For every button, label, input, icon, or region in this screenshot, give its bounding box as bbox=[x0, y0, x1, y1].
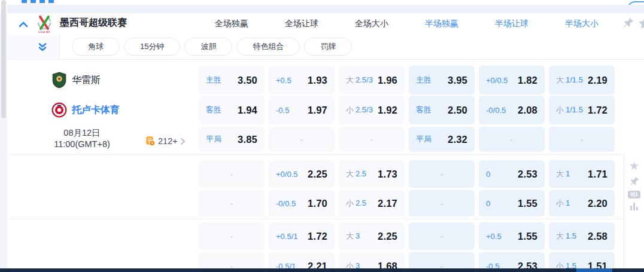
odds-value: 2.53 bbox=[518, 169, 537, 180]
odds-cell-draw-half[interactable]: 平局 2.32 bbox=[409, 127, 475, 152]
expand-markets-cell bbox=[7, 35, 60, 59]
odds-cell-over-full[interactable]: 大3 2.25 bbox=[339, 222, 405, 250]
odds-cell-over-half[interactable]: 大1/1.5 2.19 bbox=[549, 66, 615, 94]
odds-label: 小1/1.5 bbox=[556, 105, 583, 115]
odds-label: -0.5 bbox=[276, 106, 289, 115]
odds-cell-handicap-full[interactable]: -0/0.5 1.70 bbox=[269, 190, 335, 216]
market-column-half-total[interactable]: 半场大小 bbox=[549, 19, 615, 29]
score-toggle-icon[interactable]: 0|1 bbox=[628, 191, 640, 198]
away-team-name[interactable]: 托卢卡体育 bbox=[72, 104, 120, 117]
market-column-half-win[interactable]: 半场独赢 bbox=[409, 19, 475, 29]
market-column-half-handicap[interactable]: 半场让球 bbox=[479, 19, 545, 29]
odds-cell-handicap-full[interactable]: +0/0.5 2.25 bbox=[269, 160, 335, 188]
odds-value: 1.93 bbox=[308, 75, 327, 86]
pill-15min[interactable]: 15分钟 bbox=[124, 38, 180, 56]
more-markets-link[interactable]: 212+ bbox=[145, 136, 186, 146]
odds-cell-handicap-full[interactable]: -0.5 1.97 bbox=[269, 96, 335, 124]
odds-cell-over-half[interactable]: 大1.5 2.58 bbox=[549, 222, 615, 250]
odds-label: 0 bbox=[486, 170, 490, 179]
clipped-top-text-fragment bbox=[22, 0, 56, 3]
odds-cell-draw-full[interactable]: 平局 3.85 bbox=[199, 127, 265, 152]
pill-correct-score[interactable]: 波胆 bbox=[184, 38, 232, 56]
vertical-scrollbar-thumb[interactable] bbox=[1, 0, 6, 118]
odds-cell-away-win-half[interactable]: 客胜 2.50 bbox=[409, 96, 475, 124]
market-column-full-total[interactable]: 全场大小 bbox=[339, 19, 405, 29]
empty-odds-cell: - bbox=[479, 127, 545, 152]
odds-cell-away-win-full[interactable]: 客胜 1.94 bbox=[199, 96, 265, 124]
chevron-up-icon bbox=[19, 22, 28, 27]
odds-value: 2.25 bbox=[378, 231, 397, 242]
odds-cell-handicap-half[interactable]: -0/0.5 2.08 bbox=[479, 96, 545, 124]
odds-cell-under-half[interactable]: 小1 2.20 bbox=[549, 190, 615, 216]
odds-label: +0/0.5 bbox=[276, 170, 298, 179]
horizontal-scrollbar-thumb[interactable] bbox=[576, 268, 612, 272]
odds-value: 1.72 bbox=[308, 231, 327, 242]
dash: - bbox=[441, 170, 443, 179]
odds-cell-handicap-half[interactable]: +0/0.5 1.82 bbox=[479, 66, 545, 94]
odds-label: 主胜 bbox=[416, 75, 432, 85]
market-column-full-handicap[interactable]: 全场让球 bbox=[269, 19, 335, 29]
odds-cell-over-full[interactable]: 大2.5/3 1.96 bbox=[339, 66, 405, 94]
odds-cell-handicap-half[interactable]: +0.5 1.55 bbox=[479, 222, 545, 250]
league-header-row: LIGA MX 墨西哥超级联赛 全场独赢 全场让球 全场大小 半场独赢 半场让球… bbox=[7, 13, 644, 35]
odds-cell-handicap-half[interactable]: 0 1.55 bbox=[479, 190, 545, 216]
odds-row: 主胜 3.50 +0.5 1.93 大2.5/3 1.96 主胜 3.95 +0… bbox=[199, 66, 615, 94]
dash: - bbox=[230, 199, 233, 208]
vertical-scrollbar[interactable] bbox=[1, 0, 6, 268]
odds-cell-under-full[interactable]: 小2.5/3 1.92 bbox=[339, 96, 405, 124]
odds-label: 大2.5/3 bbox=[346, 75, 373, 85]
league-logo-icon: LIGA MX bbox=[35, 14, 54, 35]
favorite-star-icon[interactable]: ★ bbox=[629, 160, 639, 172]
dash: - bbox=[230, 170, 233, 179]
odds-label: 小2.5 bbox=[346, 198, 366, 209]
pin-icon[interactable] bbox=[629, 176, 640, 187]
pill-corners[interactable]: 角球 bbox=[72, 38, 120, 56]
odds-cell-handicap-half[interactable]: 0 2.53 bbox=[479, 160, 545, 188]
odds-cell-over-full[interactable]: 大2.5 1.73 bbox=[339, 160, 405, 188]
odds-cell-under-full[interactable]: 小2.5 2.17 bbox=[339, 190, 405, 216]
empty-odds-cell: - bbox=[199, 190, 265, 216]
pill-cards[interactable]: 罚牌 bbox=[304, 38, 352, 56]
odds-label: 大3 bbox=[346, 231, 360, 242]
odds-value: 1.94 bbox=[238, 105, 257, 116]
odds-cell-handicap-full[interactable]: +0.5 1.93 bbox=[269, 66, 335, 94]
chevron-right-icon bbox=[180, 137, 186, 145]
odds-value: 1.55 bbox=[518, 198, 537, 209]
odds-value: 1.73 bbox=[378, 169, 397, 180]
odds-value: 1.82 bbox=[518, 75, 537, 86]
section-gap-band bbox=[7, 5, 644, 13]
league-name[interactable]: 墨西哥超级联赛 bbox=[60, 17, 127, 29]
star-icon[interactable] bbox=[638, 17, 644, 29]
odds-value: 1.71 bbox=[588, 169, 607, 180]
home-team-name[interactable]: 华雷斯 bbox=[72, 74, 101, 87]
market-column-full-win[interactable]: 全场独赢 bbox=[199, 19, 265, 29]
horizontal-scrollbar[interactable] bbox=[0, 268, 644, 272]
pin-icon[interactable] bbox=[622, 17, 634, 29]
odds-cell-over-half[interactable]: 大1 1.71 bbox=[549, 160, 615, 188]
odds-cell-home-win-half[interactable]: 主胜 3.95 bbox=[409, 66, 475, 94]
odds-row: 平局 3.85 - - 平局 2.32 - - bbox=[199, 127, 615, 152]
match-date: 08月12日 bbox=[31, 127, 133, 139]
odds-cell-under-half[interactable]: 小1/1.5 1.72 bbox=[549, 96, 615, 124]
collapse-league-button[interactable] bbox=[16, 17, 31, 32]
group-divider bbox=[7, 154, 624, 155]
odds-cell-home-win-full[interactable]: 主胜 3.50 bbox=[199, 66, 265, 94]
odds-row: - +0.5/1 1.72 大3 2.25 - +0.5 1.55 大1.5 2… bbox=[199, 222, 615, 250]
odds-value: 3.95 bbox=[448, 75, 467, 86]
expand-all-button[interactable] bbox=[35, 39, 50, 55]
odds-label: 0 bbox=[486, 199, 490, 208]
match-time: 11:00(GMT+8) bbox=[31, 139, 133, 150]
pill-special-combo[interactable]: 特色组合 bbox=[236, 38, 300, 56]
empty-odds-cell: - bbox=[199, 160, 265, 188]
odds-value: 2.08 bbox=[518, 105, 537, 116]
dash: - bbox=[441, 232, 443, 241]
odds-row: - -0/0.5 1.70 小2.5 2.17 - 0 1.55 小1 2.20 bbox=[199, 190, 615, 216]
odds-value: 2.50 bbox=[448, 105, 467, 116]
odds-value: 1.96 bbox=[378, 75, 397, 86]
stats-chart-icon[interactable] bbox=[630, 203, 638, 210]
odds-value: 3.85 bbox=[238, 134, 257, 145]
odds-cell-handicap-full[interactable]: +0.5/1 1.72 bbox=[269, 222, 335, 250]
dash: - bbox=[230, 232, 233, 241]
odds-label: 平局 bbox=[416, 134, 432, 145]
odds-value: 2.32 bbox=[448, 134, 467, 145]
